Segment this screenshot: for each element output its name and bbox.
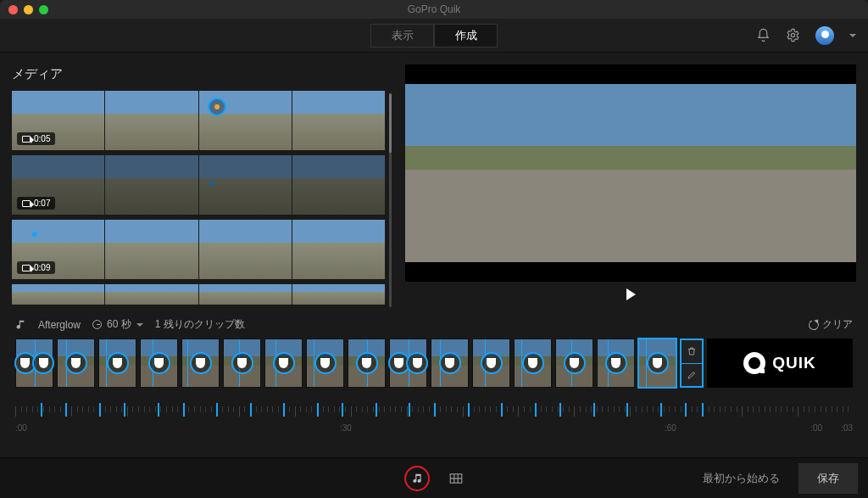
preview-video[interactable] [405, 64, 856, 282]
media-row[interactable]: 0:07 [12, 155, 385, 215]
clip[interactable] [389, 339, 427, 388]
preview-controls [405, 282, 856, 307]
clip[interactable] [264, 339, 303, 388]
length-text: 60 秒 [107, 317, 131, 332]
clip[interactable] [57, 339, 95, 388]
clip[interactable] [472, 339, 510, 388]
media-panel: メディア 0:05 [12, 66, 385, 307]
media-scrollbar[interactable] [389, 93, 392, 307]
clip[interactable] [306, 339, 344, 388]
clock-icon [92, 320, 102, 329]
preview-panel [405, 66, 856, 307]
account-avatar[interactable] [815, 26, 834, 45]
clip[interactable] [15, 339, 53, 388]
timeline: QUIK [0, 339, 868, 437]
song-name[interactable]: Afterglow [38, 319, 81, 331]
clip-selected[interactable] [638, 339, 676, 388]
media-heading: メディア [12, 66, 385, 82]
time-labels: :00 :30 :60 :00 :03 [15, 423, 853, 433]
clear-label: クリア [822, 317, 853, 332]
clip[interactable] [348, 339, 386, 388]
app-header: 表示 作成 [0, 19, 868, 53]
tab-create[interactable]: 作成 [434, 24, 498, 48]
clip[interactable] [223, 339, 261, 388]
clip-strip[interactable]: QUIK [15, 339, 853, 388]
chevron-down-icon [136, 323, 143, 327]
duration-badge: 0:05 [17, 132, 55, 145]
clip[interactable] [514, 339, 552, 388]
media-row[interactable] [12, 284, 385, 305]
play-icon[interactable] [626, 288, 636, 300]
clip[interactable] [555, 339, 593, 388]
restart-button[interactable]: 最初から始める [694, 464, 788, 493]
outro-card[interactable]: QUIK [707, 339, 853, 388]
save-button[interactable]: 保存 [798, 463, 858, 494]
mode-tabs: 表示 作成 [370, 24, 498, 48]
time-ruler[interactable]: :00 :30 :60 :00 :03 [15, 403, 853, 437]
tab-display[interactable]: 表示 [370, 24, 434, 48]
duration-badge: 0:09 [17, 261, 55, 274]
length-selector[interactable]: 60 秒 [92, 317, 143, 332]
clip-tools [680, 339, 704, 388]
clip[interactable] [181, 339, 220, 388]
clip[interactable] [98, 339, 136, 388]
media-row[interactable]: 0:09 [12, 220, 385, 279]
notifications-icon[interactable] [756, 28, 771, 42]
settings-gear-icon[interactable] [786, 28, 800, 42]
duration-text: 0:07 [34, 199, 50, 208]
clip[interactable] [140, 339, 178, 388]
music-button[interactable] [404, 466, 430, 491]
preview-frame [405, 84, 856, 262]
duration-text: 0:09 [34, 263, 50, 272]
footer-bar: 最初から始める 保存 [0, 457, 868, 498]
titlebar: GoPro Quik [0, 0, 868, 19]
edit-clip-icon[interactable] [682, 363, 702, 387]
account-menu-chevron-icon[interactable] [849, 34, 856, 37]
quik-label: QUIK [772, 354, 816, 372]
video-icon [22, 200, 31, 207]
clear-button[interactable]: クリア [809, 317, 853, 332]
video-icon [22, 136, 31, 143]
window-title: GoPro Quik [0, 3, 868, 15]
reset-icon [807, 318, 820, 331]
media-row[interactable]: 0:05 [12, 91, 385, 150]
music-note-icon[interactable] [15, 319, 26, 330]
quik-logo-icon [743, 352, 765, 374]
clip[interactable] [597, 339, 635, 388]
format-button[interactable] [448, 471, 464, 486]
duration-text: 0:05 [34, 134, 50, 143]
remaining-clips: 1 残りのクリップ数 [155, 317, 245, 332]
timeline-header: Afterglow 60 秒 1 残りのクリップ数 クリア [0, 312, 868, 339]
delete-clip-icon[interactable] [682, 340, 702, 363]
video-icon [22, 265, 31, 271]
clip[interactable] [431, 339, 469, 388]
svg-point-0 [791, 33, 794, 36]
duration-badge: 0:07 [17, 197, 55, 210]
